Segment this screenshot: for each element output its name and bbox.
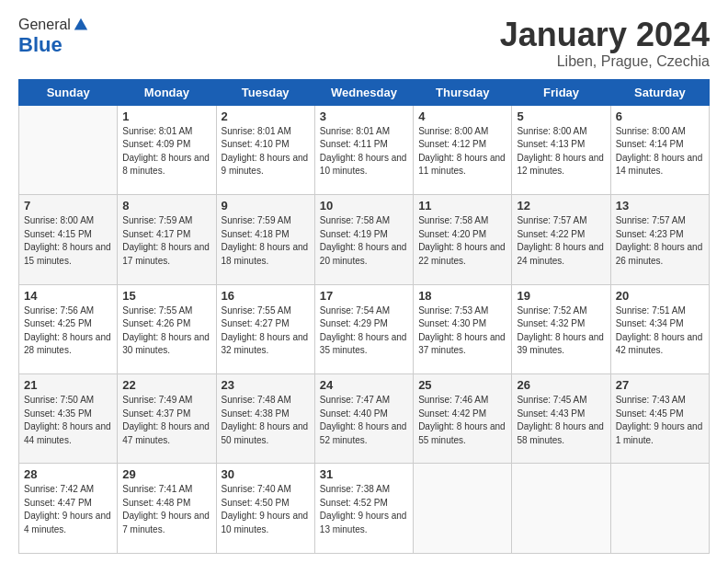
day-number: 12: [517, 199, 605, 213]
weekday-header-sunday: Sunday: [19, 79, 118, 105]
calendar-cell: 26Sunrise: 7:45 AMSunset: 4:43 PMDayligh…: [512, 374, 610, 464]
day-number: 4: [418, 109, 506, 123]
calendar-cell: [414, 464, 512, 554]
day-number: 29: [122, 467, 210, 481]
calendar-cell: 22Sunrise: 7:49 AMSunset: 4:37 PMDayligh…: [118, 374, 216, 464]
cell-content: Sunrise: 7:49 AMSunset: 4:37 PMDaylight:…: [122, 394, 210, 447]
cell-content: Sunrise: 7:40 AMSunset: 4:50 PMDaylight:…: [222, 483, 310, 536]
calendar-cell: 29Sunrise: 7:41 AMSunset: 4:48 PMDayligh…: [118, 464, 216, 554]
day-number: 15: [122, 289, 210, 303]
day-number: 13: [616, 199, 704, 213]
day-number: 14: [24, 289, 112, 303]
calendar-cell: 10Sunrise: 7:58 AMSunset: 4:19 PMDayligh…: [314, 195, 413, 284]
day-number: 21: [24, 378, 112, 392]
cell-content: Sunrise: 7:47 AMSunset: 4:40 PMDaylight:…: [320, 394, 408, 447]
cell-content: Sunrise: 8:01 AMSunset: 4:09 PMDaylight:…: [122, 125, 210, 178]
calendar-week-row: 21Sunrise: 7:50 AMSunset: 4:35 PMDayligh…: [19, 374, 710, 464]
calendar-cell: 9Sunrise: 7:59 AMSunset: 4:18 PMDaylight…: [216, 195, 314, 284]
day-number: 9: [222, 199, 310, 213]
cell-content: Sunrise: 7:46 AMSunset: 4:42 PMDaylight:…: [418, 394, 506, 447]
calendar-cell: 6Sunrise: 8:00 AMSunset: 4:14 PMDaylight…: [610, 105, 709, 194]
calendar-cell: 25Sunrise: 7:46 AMSunset: 4:42 PMDayligh…: [414, 374, 512, 464]
cell-content: Sunrise: 8:00 AMSunset: 4:15 PMDaylight:…: [24, 214, 112, 268]
cell-content: Sunrise: 8:00 AMSunset: 4:13 PMDaylight:…: [517, 125, 605, 178]
cell-content: Sunrise: 7:57 AMSunset: 4:23 PMDaylight:…: [616, 214, 704, 268]
day-number: 1: [122, 109, 210, 123]
calendar-cell: 12Sunrise: 7:57 AMSunset: 4:22 PMDayligh…: [512, 195, 610, 284]
weekday-header-row: SundayMondayTuesdayWednesdayThursdayFrid…: [19, 79, 710, 105]
day-number: 26: [517, 378, 605, 392]
day-number: 18: [418, 289, 506, 303]
cell-content: Sunrise: 7:58 AMSunset: 4:20 PMDaylight:…: [418, 214, 506, 268]
day-number: 23: [222, 378, 310, 392]
weekday-header-wednesday: Wednesday: [314, 79, 413, 105]
day-number: 8: [122, 199, 210, 213]
calendar-cell: 31Sunrise: 7:38 AMSunset: 4:52 PMDayligh…: [314, 464, 413, 554]
calendar-cell: 3Sunrise: 8:01 AMSunset: 4:11 PMDaylight…: [314, 105, 413, 194]
calendar-cell: 13Sunrise: 7:57 AMSunset: 4:23 PMDayligh…: [610, 195, 709, 284]
cell-content: Sunrise: 7:43 AMSunset: 4:45 PMDaylight:…: [616, 394, 704, 447]
cell-content: Sunrise: 7:50 AMSunset: 4:35 PMDaylight:…: [24, 394, 112, 447]
day-number: 27: [616, 378, 704, 392]
weekday-header-monday: Monday: [118, 79, 216, 105]
day-number: 7: [24, 199, 112, 213]
calendar-table: SundayMondayTuesdayWednesdayThursdayFrid…: [18, 79, 710, 554]
cell-content: Sunrise: 7:52 AMSunset: 4:32 PMDaylight:…: [517, 304, 605, 358]
cell-content: Sunrise: 7:51 AMSunset: 4:34 PMDaylight:…: [616, 304, 704, 358]
weekday-header-tuesday: Tuesday: [216, 79, 314, 105]
calendar-cell: 30Sunrise: 7:40 AMSunset: 4:50 PMDayligh…: [216, 464, 314, 554]
day-number: 30: [222, 467, 310, 481]
page: General Blue January 2024 Liben, Prague,…: [0, 0, 728, 563]
month-title: January 2024: [500, 17, 710, 53]
calendar-cell: 27Sunrise: 7:43 AMSunset: 4:45 PMDayligh…: [610, 374, 709, 464]
logo-blue-text: Blue: [18, 33, 89, 57]
cell-content: Sunrise: 8:01 AMSunset: 4:11 PMDaylight:…: [320, 125, 408, 178]
cell-content: Sunrise: 7:56 AMSunset: 4:25 PMDaylight:…: [24, 304, 112, 358]
cell-content: Sunrise: 7:55 AMSunset: 4:27 PMDaylight:…: [222, 304, 310, 358]
day-number: 6: [616, 109, 704, 123]
cell-content: Sunrise: 8:00 AMSunset: 4:14 PMDaylight:…: [616, 125, 704, 178]
calendar-cell: 2Sunrise: 8:01 AMSunset: 4:10 PMDaylight…: [216, 105, 314, 194]
calendar-week-row: 28Sunrise: 7:42 AMSunset: 4:47 PMDayligh…: [19, 464, 710, 554]
day-number: 31: [320, 467, 408, 481]
cell-content: Sunrise: 7:59 AMSunset: 4:18 PMDaylight:…: [222, 214, 310, 268]
cell-content: Sunrise: 7:57 AMSunset: 4:22 PMDaylight:…: [517, 214, 605, 268]
day-number: 11: [418, 199, 506, 213]
calendar-cell: 24Sunrise: 7:47 AMSunset: 4:40 PMDayligh…: [314, 374, 413, 464]
calendar-cell: 16Sunrise: 7:55 AMSunset: 4:27 PMDayligh…: [216, 284, 314, 373]
logo: General Blue: [18, 17, 89, 57]
cell-content: Sunrise: 7:58 AMSunset: 4:19 PMDaylight:…: [320, 214, 408, 268]
calendar-cell: 15Sunrise: 7:55 AMSunset: 4:26 PMDayligh…: [118, 284, 216, 373]
day-number: 5: [517, 109, 605, 123]
day-number: 17: [320, 289, 408, 303]
calendar-week-row: 1Sunrise: 8:01 AMSunset: 4:09 PMDaylight…: [19, 105, 710, 194]
cell-content: Sunrise: 7:41 AMSunset: 4:48 PMDaylight:…: [122, 483, 210, 536]
weekday-header-saturday: Saturday: [610, 79, 709, 105]
calendar-cell: 20Sunrise: 7:51 AMSunset: 4:34 PMDayligh…: [610, 284, 709, 373]
calendar-cell: 28Sunrise: 7:42 AMSunset: 4:47 PMDayligh…: [19, 464, 118, 554]
day-number: 22: [122, 378, 210, 392]
calendar-cell: 5Sunrise: 8:00 AMSunset: 4:13 PMDaylight…: [512, 105, 610, 194]
calendar-week-row: 7Sunrise: 8:00 AMSunset: 4:15 PMDaylight…: [19, 195, 710, 284]
weekday-header-thursday: Thursday: [414, 79, 512, 105]
location: Liben, Prague, Czechia: [500, 53, 710, 70]
header: General Blue January 2024 Liben, Prague,…: [18, 17, 710, 70]
svg-marker-0: [74, 18, 87, 30]
day-number: 20: [616, 289, 704, 303]
day-number: 24: [320, 378, 408, 392]
calendar-cell: 4Sunrise: 8:00 AMSunset: 4:12 PMDaylight…: [414, 105, 512, 194]
cell-content: Sunrise: 7:45 AMSunset: 4:43 PMDaylight:…: [517, 394, 605, 447]
cell-content: Sunrise: 7:38 AMSunset: 4:52 PMDaylight:…: [320, 483, 408, 536]
calendar-cell: 1Sunrise: 8:01 AMSunset: 4:09 PMDaylight…: [118, 105, 216, 194]
calendar-cell: 14Sunrise: 7:56 AMSunset: 4:25 PMDayligh…: [19, 284, 118, 373]
cell-content: Sunrise: 7:53 AMSunset: 4:30 PMDaylight:…: [418, 304, 506, 358]
calendar-cell: 11Sunrise: 7:58 AMSunset: 4:20 PMDayligh…: [414, 195, 512, 284]
calendar-cell: 8Sunrise: 7:59 AMSunset: 4:17 PMDaylight…: [118, 195, 216, 284]
day-number: 3: [320, 109, 408, 123]
day-number: 28: [24, 467, 112, 481]
calendar-cell: 7Sunrise: 8:00 AMSunset: 4:15 PMDaylight…: [19, 195, 118, 284]
day-number: 2: [222, 109, 310, 123]
cell-content: Sunrise: 7:54 AMSunset: 4:29 PMDaylight:…: [320, 304, 408, 358]
day-number: 16: [222, 289, 310, 303]
day-number: 19: [517, 289, 605, 303]
